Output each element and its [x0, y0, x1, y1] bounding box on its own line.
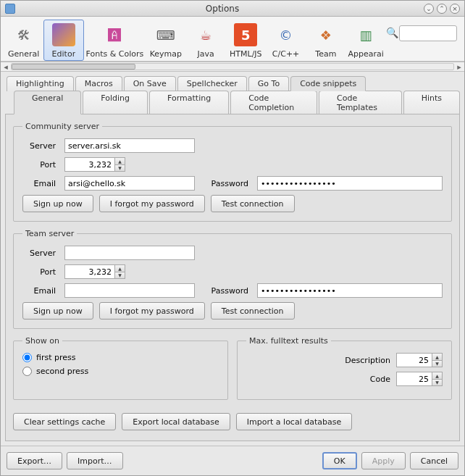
community-forgot-button[interactable]: I forgot my password [99, 195, 205, 212]
toolbar-scrollbar[interactable]: ◂ ▸ [1, 62, 464, 72]
scroll-right-icon[interactable]: ▸ [454, 62, 464, 72]
community-test-button[interactable]: Test connection [211, 195, 295, 212]
fulltext-group: Max. fulltext results Description ▲▼ Cod… [237, 336, 452, 400]
category-label: Keymap [150, 49, 182, 59]
columns-icon: ▥ [354, 23, 377, 46]
category-label: HTML/JS [230, 49, 262, 59]
category-appearance[interactable]: ▥ Appearai [345, 20, 385, 61]
ok-button[interactable]: OK [322, 452, 357, 469]
spin-down-icon[interactable]: ▼ [115, 165, 125, 172]
tab-go-to[interactable]: Go To [248, 76, 289, 91]
scroll-track[interactable] [11, 63, 454, 70]
import-local-database-button[interactable]: Import a local database [236, 413, 352, 430]
app-icon [5, 4, 15, 14]
export-local-database-button[interactable]: Export local database [122, 413, 230, 430]
settings-panel: Community server Server Port ▲▼ Email Pa… [5, 114, 460, 441]
tab-spellchecker[interactable]: Spellchecker [177, 76, 247, 91]
category-label: Team [315, 49, 336, 59]
apply-button[interactable]: Apply [361, 452, 406, 469]
category-team[interactable]: ❖ Team [306, 20, 345, 61]
tab-row-top: Highlighting Macros On Save Spellchecker… [5, 76, 460, 91]
description-label: Description [246, 356, 390, 365]
maximize-icon[interactable]: ⌃ [437, 4, 447, 14]
import-button[interactable]: Import… [67, 452, 123, 469]
spin-up-icon[interactable]: ▲ [115, 158, 125, 165]
tab-on-save[interactable]: On Save [124, 76, 176, 91]
community-port-input[interactable] [64, 157, 115, 172]
spin-up-icon[interactable]: ▲ [432, 354, 442, 361]
tab-hints[interactable]: Hints [403, 91, 460, 114]
team-test-button[interactable]: Test connection [211, 302, 295, 320]
community-server-group: Community server Server Port ▲▼ Email Pa… [13, 122, 452, 222]
category-label: Fonts & Colors [86, 49, 144, 59]
search-input[interactable] [399, 25, 457, 41]
tab-code-snippets[interactable]: Code snippets [290, 76, 366, 91]
first-press-radio[interactable] [22, 353, 32, 362]
scroll-left-icon[interactable]: ◂ [1, 62, 11, 72]
category-general[interactable]: 🛠 General [4, 20, 43, 61]
tab-folding[interactable]: Folding [83, 91, 148, 114]
spin-down-icon[interactable]: ▼ [432, 361, 442, 367]
second-press-radio[interactable] [22, 367, 32, 376]
java-icon: ☕ [194, 23, 217, 46]
tab-code-completion[interactable]: Code Completion [230, 91, 317, 114]
category-keymap[interactable]: ⌨ Keymap [146, 20, 185, 61]
community-server-input[interactable] [64, 138, 195, 153]
title-bar: Options ⌄ ⌃ × [1, 1, 464, 17]
team-server-group: Team server Server Port ▲▼ Email Passwor… [13, 229, 452, 329]
export-button[interactable]: Export… [7, 452, 62, 469]
cancel-button[interactable]: Cancel [410, 452, 458, 469]
spin-down-icon[interactable]: ▼ [115, 272, 125, 279]
category-fonts-colors[interactable]: 🅰 Fonts & Colors [84, 20, 146, 61]
tab-general[interactable]: General [14, 91, 81, 114]
spin-up-icon[interactable]: ▲ [115, 265, 125, 272]
category-toolbar: 🛠 General Editor 🅰 Fonts & Colors ⌨ Keym… [1, 17, 464, 62]
window-title: Options [21, 4, 424, 14]
second-press-label: second press [36, 367, 88, 376]
community-email-input[interactable] [64, 176, 195, 191]
palette-icon: 🅰 [103, 23, 126, 46]
category-label: General [8, 49, 39, 59]
minimize-icon[interactable]: ⌄ [424, 4, 434, 14]
tab-code-templates[interactable]: Code Templates [319, 91, 402, 114]
keyboard-icon: ⌨ [154, 23, 177, 46]
community-signup-button[interactable]: Sign up now [22, 195, 93, 212]
scroll-thumb[interactable] [12, 64, 135, 70]
team-email-input[interactable] [64, 283, 195, 298]
tab-highlighting[interactable]: Highlighting [7, 76, 74, 91]
server-label: Server [22, 249, 59, 258]
description-spinner[interactable] [396, 353, 432, 367]
community-legend: Community server [22, 122, 102, 131]
tab-macros[interactable]: Macros [75, 76, 122, 91]
server-label: Server [22, 141, 59, 151]
spin-down-icon[interactable]: ▼ [432, 380, 442, 386]
team-signup-button[interactable]: Sign up now [22, 302, 93, 320]
content-area: Highlighting Macros On Save Spellchecker… [1, 72, 464, 446]
email-label: Email [22, 286, 59, 296]
code-spinner[interactable] [396, 372, 432, 386]
team-port-input[interactable] [64, 264, 115, 279]
wrench-icon: 🛠 [12, 23, 35, 46]
spin-up-icon[interactable]: ▲ [432, 372, 442, 380]
category-label: Appearai [348, 49, 383, 59]
show-on-group: Show on first press second press [13, 336, 228, 400]
port-label: Port [22, 267, 59, 277]
cubes-icon: ❖ [314, 23, 338, 46]
search-icon: 🔍 [386, 20, 399, 38]
team-server-input[interactable] [64, 246, 195, 260]
community-password-input[interactable] [257, 176, 443, 191]
team-forgot-button[interactable]: I forgot my password [99, 302, 205, 320]
close-icon[interactable]: × [450, 4, 460, 14]
category-editor[interactable]: Editor [43, 20, 83, 61]
book-icon [52, 23, 75, 46]
port-label: Port [22, 160, 59, 170]
category-c-cpp[interactable]: © C/C++ [266, 20, 306, 61]
clear-settings-cache-button[interactable]: Clear settings cache [13, 413, 116, 430]
tab-row-second: General Folding Formatting Code Completi… [5, 91, 460, 114]
html5-icon: 5 [234, 23, 257, 46]
team-password-input[interactable] [257, 283, 443, 298]
category-html-js[interactable]: 5 HTML/JS [226, 20, 266, 61]
c-icon: © [275, 23, 298, 46]
tab-formatting[interactable]: Formatting [149, 91, 229, 114]
category-java[interactable]: ☕ Java [185, 20, 225, 61]
